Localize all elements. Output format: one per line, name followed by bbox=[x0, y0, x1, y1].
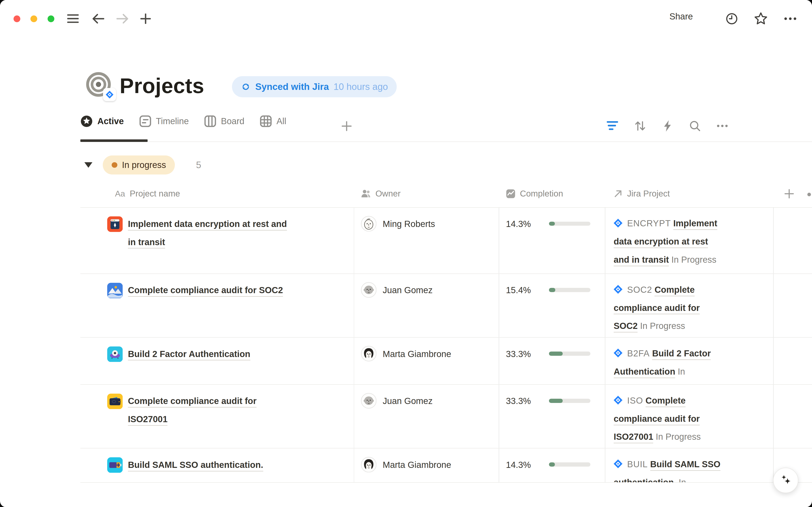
cell-jira-project: ISO Complete compliance audit for ISO270… bbox=[605, 385, 773, 448]
ufo-eye-cyan-icon bbox=[107, 346, 123, 362]
project-page-link[interactable]: Complete compliance audit for SOC2 bbox=[128, 281, 283, 299]
cell-project-name: Build SAML SSO authentication. bbox=[80, 448, 354, 482]
text-property-icon: Aa bbox=[115, 189, 125, 199]
progress-bar bbox=[549, 462, 590, 467]
jira-badge-icon bbox=[103, 88, 116, 101]
page-title: Projects bbox=[120, 74, 204, 98]
jira-issue-link[interactable]: SOC2 Complete compliance audit for SOC2 … bbox=[614, 281, 721, 335]
page-icon-target[interactable] bbox=[85, 70, 113, 98]
cell-jira-project: BUIL Build SAML SSO authentication. In P… bbox=[605, 448, 773, 482]
zoom-window-button[interactable] bbox=[48, 15, 54, 22]
wallet-yellow-icon bbox=[107, 394, 123, 409]
column-header-project-name[interactable]: Aa Project name bbox=[80, 189, 354, 199]
project-page-link[interactable]: Build 2 Factor Authentication bbox=[128, 345, 250, 363]
owner-name: Juan Gomez bbox=[383, 392, 433, 410]
table-row: Build SAML SSO authentication.Marta Giam… bbox=[80, 448, 812, 483]
cell-completion[interactable]: 15.4% bbox=[499, 274, 605, 337]
jira-project-key: B2FA bbox=[627, 348, 650, 358]
board-icon bbox=[204, 115, 216, 127]
cell-jira-project: B2FA Build 2 Factor Authentication In Pr… bbox=[605, 338, 773, 384]
automations-lightning-icon[interactable] bbox=[661, 119, 674, 133]
jira-diamond-icon bbox=[614, 396, 627, 405]
jira-issue-link[interactable]: BUIL Build SAML SSO authentication. In P… bbox=[614, 455, 721, 483]
cell-owner[interactable]: Juan Gomez bbox=[354, 274, 499, 337]
group-status-pill[interactable]: In progress bbox=[103, 156, 175, 175]
new-tab-icon[interactable] bbox=[138, 11, 153, 26]
grid-icon bbox=[260, 115, 272, 127]
search-icon[interactable] bbox=[688, 119, 702, 133]
external-arrow-icon bbox=[614, 189, 623, 198]
cell-owner[interactable]: Marta Giambrone bbox=[354, 338, 499, 384]
column-divider bbox=[773, 208, 773, 483]
forward-icon[interactable] bbox=[115, 11, 130, 26]
battery-cyan-icon bbox=[107, 457, 123, 473]
progress-bar-fill bbox=[549, 462, 555, 467]
table-row: Build 2 Factor AuthenticationMarta Giamb… bbox=[80, 338, 812, 385]
jira-project-key: ISO bbox=[627, 396, 643, 405]
jira-issue-link[interactable]: ISO Complete compliance audit for ISO270… bbox=[614, 392, 721, 446]
column-divider bbox=[605, 208, 605, 483]
column-header-completion[interactable]: Completion bbox=[499, 189, 605, 199]
sync-refresh-icon bbox=[241, 82, 251, 92]
tab-timeline[interactable]: Timeline bbox=[139, 115, 189, 127]
add-view-icon[interactable] bbox=[342, 121, 352, 131]
notion-ai-button[interactable] bbox=[773, 468, 798, 493]
sync-time: 10 hours ago bbox=[333, 81, 388, 92]
cell-owner[interactable]: Juan Gomez bbox=[354, 385, 499, 448]
project-page-link[interactable]: Build SAML SSO authentication. bbox=[128, 456, 263, 474]
table-header-row: Aa Project name Owner Completion Jira P bbox=[80, 180, 812, 208]
minimize-window-button[interactable] bbox=[30, 15, 37, 22]
owner-name: Juan Gomez bbox=[383, 281, 433, 299]
view-more-icon[interactable] bbox=[716, 119, 729, 133]
collapse-group-icon[interactable] bbox=[84, 162, 92, 168]
cell-owner[interactable]: Ming Roberts bbox=[354, 208, 499, 274]
progress-bar bbox=[549, 399, 590, 403]
cell-completion[interactable]: 33.3% bbox=[499, 338, 605, 384]
jira-issue-status: In Progress bbox=[640, 321, 685, 331]
column-header-jira-project[interactable]: Jira Project bbox=[605, 189, 773, 199]
jira-sync-badge[interactable]: Synced with Jira 10 hours ago bbox=[232, 76, 397, 97]
column-divider bbox=[354, 208, 354, 483]
tab-all[interactable]: All bbox=[260, 115, 286, 127]
avatar bbox=[361, 216, 376, 231]
cell-completion[interactable]: 14.3% bbox=[499, 448, 605, 482]
project-page-link[interactable]: Complete compliance audit for ISO27001 bbox=[128, 392, 295, 428]
share-button[interactable]: Share bbox=[670, 11, 693, 21]
table-row: Complete compliance audit for ISO27001Ju… bbox=[80, 385, 812, 448]
sort-icon[interactable] bbox=[633, 119, 647, 133]
back-icon[interactable] bbox=[91, 11, 106, 26]
sidebar-menu-icon[interactable] bbox=[66, 11, 80, 26]
avatar bbox=[361, 346, 376, 361]
jira-issue-link[interactable]: ENCRYPT Implement data encryption at res… bbox=[614, 214, 721, 269]
tab-board[interactable]: Board bbox=[204, 115, 244, 127]
tab-label: Board bbox=[221, 116, 244, 126]
jira-diamond-icon bbox=[614, 459, 627, 469]
favorite-star-icon[interactable] bbox=[753, 11, 768, 26]
completion-percent: 15.4% bbox=[506, 285, 531, 295]
active-tab-underline bbox=[80, 139, 147, 142]
cell-owner[interactable]: Marta Giambrone bbox=[354, 448, 499, 482]
updates-clock-icon[interactable] bbox=[725, 11, 739, 26]
jira-issue-link[interactable]: B2FA Build 2 Factor Authentication In Pr… bbox=[614, 344, 721, 385]
progress-bar-fill bbox=[549, 399, 563, 403]
progress-bar bbox=[549, 351, 590, 356]
more-options-icon[interactable] bbox=[783, 11, 798, 26]
completion-percent: 33.3% bbox=[506, 396, 531, 406]
column-header-owner[interactable]: Owner bbox=[354, 189, 499, 199]
close-window-button[interactable] bbox=[13, 15, 20, 22]
project-page-link[interactable]: Implement data encryption at rest and in… bbox=[128, 215, 295, 251]
tab-label: All bbox=[276, 116, 286, 126]
progress-bar-fill bbox=[549, 222, 555, 226]
filter-icon[interactable] bbox=[606, 119, 619, 133]
tab-label: Active bbox=[97, 116, 124, 126]
cell-completion[interactable]: 33.3% bbox=[499, 385, 605, 448]
jira-project-key: SOC2 bbox=[627, 285, 652, 295]
cell-project-name: Implement data encryption at rest and in… bbox=[80, 208, 354, 274]
cell-completion[interactable]: 14.3% bbox=[499, 208, 605, 274]
progress-bar bbox=[549, 222, 590, 226]
tab-label: Timeline bbox=[156, 116, 189, 126]
add-column-icon[interactable] bbox=[773, 189, 812, 199]
progress-bar-fill bbox=[549, 288, 555, 292]
completion-percent: 33.3% bbox=[506, 349, 531, 359]
tab-active[interactable]: Active bbox=[80, 115, 124, 127]
